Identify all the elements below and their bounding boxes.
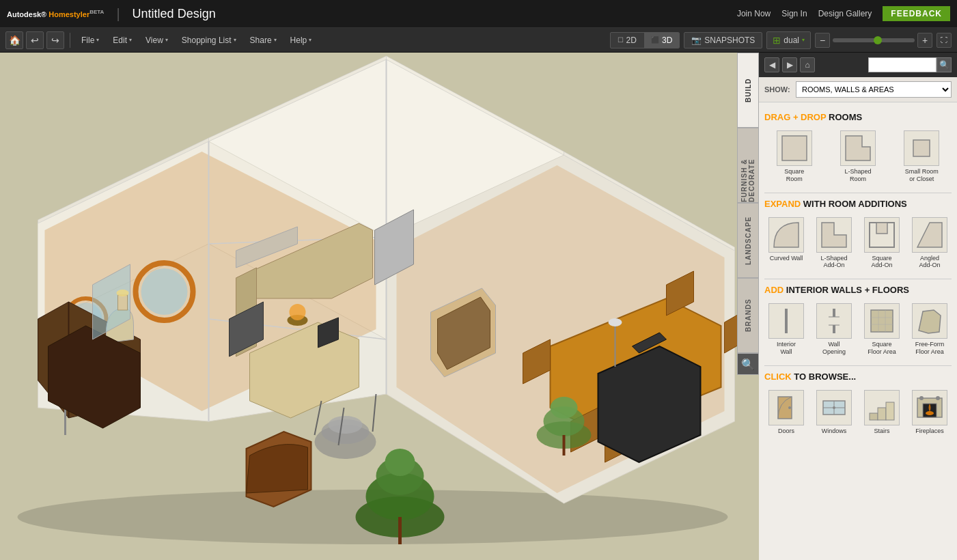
browse-stairs-icon [864, 390, 900, 425]
menu-shopping-list[interactable]: Shopping List▾ [176, 33, 242, 48]
section-click-title: CLICK TO BROWSE... [764, 372, 952, 382]
room-l-shaped-icon [840, 130, 876, 166]
browse-doors[interactable]: Doors [764, 387, 808, 438]
svg-point-17 [66, 298, 107, 339]
panel-search-button[interactable]: 🔍 [937, 57, 952, 72]
top-bar: Autodesk® HomestylerBETA | Untitled Desi… [0, 0, 957, 28]
right-panel: BUILD FURNISH & DECORATE LANDSCAPE BRAND… [759, 53, 957, 560]
browse-fireplaces-label: Fireplaces [915, 428, 944, 435]
interior-wall[interactable]: InteriorWall [764, 300, 808, 359]
camera-icon: 📷 [691, 36, 702, 45]
addition-curved[interactable]: Curved Wall [764, 214, 808, 272]
addition-l-shaped[interactable]: L-ShapedAdd-On [812, 214, 856, 272]
addition-angled[interactable]: AngledAdd-On [908, 214, 952, 272]
menu-view[interactable]: View▾ [140, 33, 174, 48]
browse-windows[interactable]: Windows [812, 387, 856, 438]
svg-marker-6 [397, 165, 725, 493]
sign-in-link[interactable]: Sign In [781, 9, 807, 18]
nav-left-arrow[interactable]: ◀ [354, 88, 361, 99]
svg-marker-23 [236, 223, 373, 298]
browse-fireplaces-icon [912, 390, 947, 425]
svg-point-41 [609, 318, 622, 326]
svg-rect-88 [870, 413, 878, 420]
svg-point-22 [57, 391, 74, 400]
wall-opening-icon [816, 303, 852, 339]
nav-ring: ▲ ▼ ◀ ▶ ⊕ [349, 63, 411, 124]
room-l-shaped[interactable]: L-ShapedRoom [828, 128, 887, 186]
feedback-button[interactable]: FEEDBACK [883, 6, 950, 21]
svg-point-47 [385, 449, 415, 476]
menu-edit[interactable]: Edit▾ [107, 33, 137, 48]
svg-point-55 [329, 416, 363, 434]
svg-point-44 [356, 496, 445, 537]
panel-back-button[interactable]: ◀ [764, 57, 779, 72]
tab-furnish[interactable]: FURNISH & DECORATE [737, 128, 759, 203]
zoom-in-button[interactable]: + [917, 33, 932, 48]
divider-3 [764, 365, 952, 366]
svg-marker-37 [571, 408, 598, 452]
addition-l-shaped-icon [816, 217, 852, 253]
redo-button[interactable]: ↪ [46, 31, 64, 49]
room-square[interactable]: SquareRoom [764, 128, 824, 186]
svg-marker-60 [93, 264, 130, 339]
show-row: SHOW: ROOMS, WALLS & AREAS ALL WALLS ONL… [759, 77, 957, 102]
join-now-link[interactable]: Join Now [737, 9, 771, 18]
tab-landscape[interactable]: LANDSCAPE [737, 203, 759, 278]
navigation-control[interactable]: ▲ ▼ ◀ ▶ ⊕ [349, 63, 411, 124]
design-gallery-link[interactable]: Design Gallery [818, 9, 872, 18]
btn-2d[interactable]: ☐ 2D [611, 33, 643, 48]
panel-search-input[interactable] [868, 57, 937, 72]
room-small[interactable]: Small Roomor Closet [892, 128, 952, 186]
svg-marker-67 [822, 223, 846, 247]
room-square-icon [777, 130, 812, 166]
nav-down-arrow[interactable]: ▼ [375, 109, 385, 120]
browse-stairs[interactable]: Stairs [860, 387, 904, 438]
nav-right-arrow[interactable]: ▶ [398, 88, 406, 99]
addition-curved-icon [768, 217, 804, 253]
fullscreen-button[interactable]: ⛶ [937, 33, 952, 48]
menu-help[interactable]: Help▾ [285, 33, 318, 48]
panel-forward-button[interactable]: ▶ [782, 57, 797, 72]
menu-separator [70, 33, 70, 48]
svg-point-18 [70, 303, 102, 335]
dual-button[interactable]: ⊞ dual ▾ [766, 31, 811, 49]
wall-opening-label: WallOpening [822, 341, 846, 356]
addition-square[interactable]: SquareAdd-On [860, 214, 904, 272]
floor-freeform-label: Free-FormFloor Area [915, 341, 945, 356]
browse-stairs-label: Stairs [874, 428, 889, 435]
search-side-btn[interactable]: 🔍 [737, 353, 759, 375]
svg-marker-27 [230, 302, 264, 356]
canvas-area[interactable]: ▲ ▼ ◀ ▶ ⊕ [0, 53, 759, 560]
svg-marker-24 [236, 268, 257, 356]
zoom-out-button[interactable]: − [815, 33, 830, 48]
addition-l-shaped-label: L-ShapedAdd-On [820, 255, 847, 270]
tab-build[interactable]: BUILD [737, 53, 759, 128]
walls-floors-grid: InteriorWall WallOpening [764, 300, 952, 359]
zoom-slider[interactable] [833, 38, 915, 42]
autodesk-logo: Autodesk® HomestylerBETA [7, 9, 104, 18]
svg-rect-69 [876, 223, 887, 234]
snapshots-button[interactable]: 📷 SNAPSHOTS [684, 32, 762, 48]
addition-angled-label: AngledAdd-On [919, 255, 940, 270]
btn-3d[interactable]: ⬛ 3D [644, 33, 679, 48]
browse-doors-icon [768, 390, 804, 425]
panel-home-button[interactable]: ⌂ [800, 57, 815, 72]
show-select[interactable]: ROOMS, WALLS & AREAS ALL WALLS ONLY [796, 81, 952, 98]
svg-point-95 [936, 396, 940, 400]
svg-marker-25 [250, 322, 359, 418]
nav-center[interactable]: ⊕ [370, 83, 390, 104]
wall-opening[interactable]: WallOpening [812, 300, 856, 359]
svg-line-56 [315, 401, 322, 435]
svg-line-57 [339, 408, 344, 445]
svg-marker-32 [551, 298, 721, 435]
menu-share[interactable]: Share▾ [245, 33, 282, 48]
home-button[interactable]: 🏠 [5, 31, 23, 49]
menu-file[interactable]: File▾ [76, 33, 105, 48]
tab-brands[interactable]: BRANDS [737, 278, 759, 353]
floor-freeform[interactable]: Free-FormFloor Area [908, 300, 952, 359]
nav-up-arrow[interactable]: ▲ [375, 68, 385, 79]
floor-square[interactable]: SquareFloor Area [860, 300, 904, 359]
view-controls: ☐ 2D ⬛ 3D 📷 SNAPSHOTS ⊞ dual ▾ − + ⛶ [610, 31, 952, 49]
browse-fireplaces[interactable]: Fireplaces [908, 387, 952, 438]
undo-button[interactable]: ↩ [26, 31, 44, 49]
